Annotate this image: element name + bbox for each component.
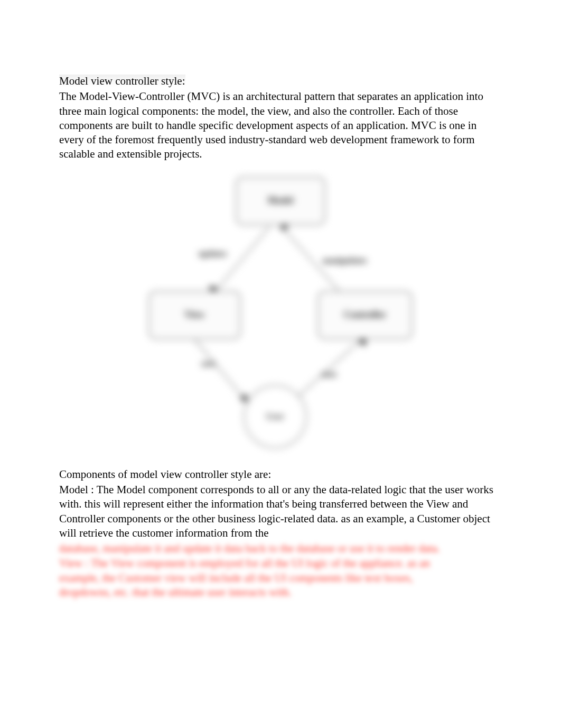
intro-paragraph: The Model-View-Controller (MVC) is an ar…	[59, 89, 502, 161]
node-label: User	[266, 411, 284, 422]
section-heading: Model view controller style:	[59, 74, 502, 88]
diagram-node-user: User	[244, 385, 307, 448]
mvc-diagram: Model View Controller User updates manip…	[148, 173, 413, 454]
edge-label-updates: updates	[199, 248, 227, 260]
model-paragraph: Model : The Model component corresponds …	[59, 483, 502, 540]
document-page: Model view controller style: The Model-V…	[0, 0, 561, 626]
blurred-line: dropdowns, etc. that the ultimate user i…	[59, 585, 502, 600]
mvc-diagram-container: Model View Controller User updates manip…	[59, 173, 502, 454]
diagram-node-model: Model	[236, 177, 325, 225]
node-label: View	[184, 309, 204, 321]
node-label: Controller	[344, 309, 387, 321]
heading-text: Model view controller style:	[59, 75, 185, 87]
edge-label-manipulates: manipulates	[323, 255, 367, 266]
blurred-line: example, the Customer view will include …	[59, 571, 502, 586]
locked-content: database, manipulate it and update it da…	[59, 541, 502, 600]
edge-label-sees: sees	[201, 358, 216, 370]
diagram-node-view: View	[148, 291, 241, 339]
edge-label-uses: uses	[322, 369, 336, 380]
components-heading: Components of model view controller styl…	[59, 467, 502, 482]
node-label: Model	[268, 195, 294, 207]
blurred-line: View : The View component is employed fo…	[59, 556, 502, 571]
blurred-line: database, manipulate it and update it da…	[59, 541, 502, 556]
diagram-node-controller: Controller	[317, 291, 413, 339]
